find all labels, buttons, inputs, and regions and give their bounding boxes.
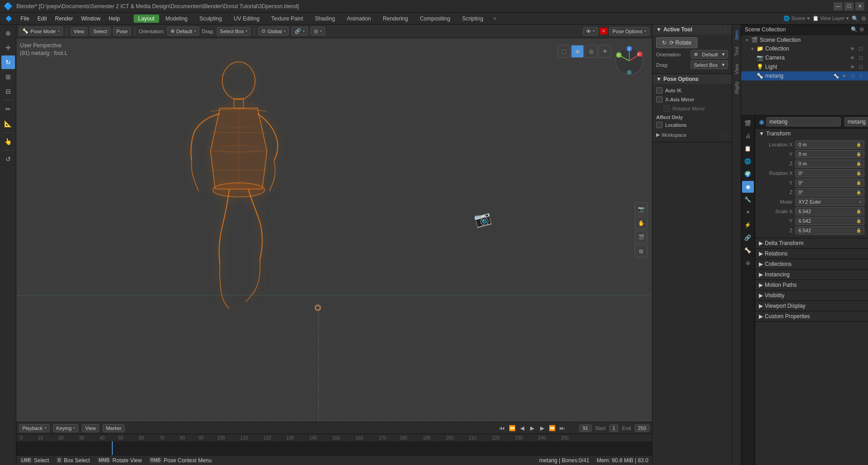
x-button[interactable]: ✕ [600, 28, 607, 35]
prop-modifier-icon[interactable]: 🔧 [742, 194, 754, 205]
minimize-button[interactable]: — [833, 2, 843, 10]
outliner-item-light[interactable]: 💡 Light 👁 ☐ [741, 62, 868, 71]
movie-icon[interactable]: 🎬 [635, 231, 647, 244]
view-btn[interactable]: View [82, 424, 99, 432]
search-icon[interactable]: 🔍 [852, 15, 858, 22]
collection-eye-btn[interactable]: 👁 [849, 45, 856, 52]
rotation-mode-dropdown[interactable]: XYZ Euler ▾ [795, 198, 864, 206]
auto-ik-checkbox[interactable] [656, 87, 662, 94]
location-x-field[interactable]: 0 m 🔒 [795, 140, 864, 149]
end-frame[interactable]: 250 [635, 425, 649, 432]
orientation-dropdown-panel[interactable]: ⊕ Default ▾ [691, 50, 728, 59]
prop-constraints-icon[interactable]: 🔗 [742, 232, 754, 244]
active-tool-header[interactable]: ▼ Active Tool ⋮⋮ [652, 25, 732, 35]
menu-render[interactable]: Render [51, 15, 76, 23]
menu-edit[interactable]: Edit [34, 15, 50, 23]
sidebar-tab-view[interactable]: View [733, 60, 741, 78]
tool-extra[interactable]: ↺ [1, 152, 15, 166]
tool-measure[interactable]: 📐 [1, 117, 15, 130]
snap-dropdown[interactable]: 🔗 ▾ [291, 27, 308, 35]
proportional-dropdown[interactable]: ◎ ▾ [311, 27, 325, 35]
collection-restrict-btn[interactable]: ☐ [857, 45, 864, 52]
ws-tab-texture[interactable]: Texture Paint [266, 15, 309, 23]
ws-tab-add[interactable]: + [490, 15, 500, 23]
current-frame[interactable]: 91 [579, 425, 591, 432]
metarig-restrict-btn[interactable]: ☐ [849, 72, 856, 80]
rotation-y-field[interactable]: 0° 🔒 [795, 179, 864, 187]
tool-rotate[interactable]: ↻ [1, 55, 15, 69]
tool-scale[interactable]: ⊞ [1, 70, 15, 84]
pose-options-btn[interactable]: Pose Options ▾ [609, 27, 649, 35]
prev-keyframe-btn[interactable]: ⏪ [507, 424, 517, 433]
maximize-button[interactable]: ☐ [844, 2, 853, 10]
viewport-display-header[interactable]: ▶ Viewport Display [755, 301, 868, 311]
play-btn[interactable]: ▶ [527, 424, 537, 433]
view-menu[interactable]: View [70, 27, 88, 35]
scale-x-field[interactable]: 6.542 🔒 [795, 207, 864, 215]
3d-viewport[interactable]: User Perspective (91) metarig : foot.L X [16, 38, 652, 422]
tool-move[interactable]: ✛ [1, 41, 15, 55]
prop-physics-icon[interactable]: ⚡ [742, 219, 754, 231]
ws-tab-rendering[interactable]: Rendering [377, 15, 413, 23]
prop-data-icon[interactable]: 🦴 [742, 245, 754, 256]
prop-world-icon[interactable]: 🌍 [742, 168, 754, 180]
prop-particles-icon[interactable]: ✦ [742, 206, 754, 218]
jump-end-btn[interactable]: ⏭ [557, 424, 567, 433]
pose-options-header[interactable]: ▼ Pose Options ⋮⋮ [652, 74, 732, 84]
prop-object-icon[interactable]: ◉ [742, 181, 754, 193]
transform-header[interactable]: ▼ Transform [755, 129, 868, 139]
tool-annotate[interactable]: ✏ [1, 102, 15, 116]
ws-tab-shading[interactable]: Shading [310, 15, 341, 23]
close-button[interactable]: ✕ [855, 2, 864, 10]
visibility-header[interactable]: ▶ Visibility [755, 290, 868, 300]
relative-mirror-checkbox[interactable] [663, 105, 670, 112]
sidebar-tab-rigify[interactable]: Rigify [733, 78, 741, 98]
step-back-btn[interactable]: ◀ [517, 424, 527, 433]
ws-tab-compositing[interactable]: Compositing [414, 15, 456, 23]
ws-tab-uv[interactable]: UV Editing [228, 15, 265, 23]
metarig-extra-btn[interactable]: ▽ [857, 72, 864, 80]
start-frame[interactable]: 1 [609, 425, 618, 432]
playback-dropdown[interactable]: Playback ▾ [19, 424, 50, 432]
shading-material[interactable]: ◎ [585, 45, 597, 58]
menu-blender[interactable]: 🔷 [2, 15, 16, 23]
camera-restrict-btn[interactable]: ☐ [857, 54, 864, 61]
custom-props-header[interactable]: ▶ Custom Properties [755, 311, 868, 321]
menu-file[interactable]: File [17, 15, 33, 23]
outliner-item-metarig[interactable]: 🦴 metarig 🦴 👁 ☐ ▽ [741, 71, 868, 80]
scale-z-field[interactable]: 6.542 🔒 [795, 226, 864, 235]
light-restrict-btn[interactable]: ☐ [857, 63, 864, 70]
filter-icon[interactable]: ⚙ [861, 15, 866, 22]
shading-render[interactable]: ☀ [598, 45, 611, 58]
prop-scene-icon[interactable]: 🌐 [742, 155, 754, 167]
keying-dropdown[interactable]: Keying ▾ [53, 424, 79, 432]
ws-tab-scripting[interactable]: Scripting [457, 15, 489, 23]
ws-tab-layout[interactable]: Layout [134, 15, 159, 23]
tool-cursor[interactable]: ⊕ [1, 26, 15, 40]
camera-eye-btn[interactable]: 👁 [849, 54, 856, 61]
tool-grab[interactable]: 👆 [1, 135, 15, 148]
outliner-item-collection[interactable]: ▼ 📁 Collection 👁 ☐ [741, 44, 868, 53]
grid-view-icon[interactable]: ⊞ [635, 245, 647, 258]
overlay-controls[interactable]: 👁 ▾ [583, 27, 598, 35]
pose-menu-icon[interactable]: ⋮⋮ [719, 77, 728, 82]
next-keyframe-btn[interactable]: ⏩ [547, 424, 557, 433]
location-y-field[interactable]: 0 m 🔒 [795, 150, 864, 158]
step-forward-btn[interactable]: ▶ [537, 424, 547, 433]
grab-icon[interactable]: ✋ [635, 217, 647, 230]
data-name-input[interactable] [844, 117, 868, 126]
metarig-mode-btn[interactable]: 🦴 [833, 72, 840, 80]
outliner-filter[interactable]: 🔍 [851, 26, 858, 33]
sidebar-tab-item[interactable]: Item [733, 26, 741, 43]
view-layer-dropdown[interactable]: 📋 View Layer ▾ [813, 15, 849, 21]
collections-header[interactable]: ▶ Collections [755, 259, 868, 269]
select-menu[interactable]: Select [90, 27, 110, 35]
metarig-eye-btn[interactable]: 👁 [841, 72, 848, 80]
motion-paths-header[interactable]: ▶ Motion Paths [755, 280, 868, 290]
ws-tab-modeling[interactable]: Modeling [160, 15, 193, 23]
prop-bone-icon[interactable]: ⊕ [742, 257, 754, 269]
prop-render-icon[interactable]: 🎬 [742, 117, 754, 129]
scene-dropdown[interactable]: 🌐 Scene ▾ [783, 15, 809, 21]
menu-window[interactable]: Window [77, 15, 104, 23]
rotation-x-field[interactable]: 0° 🔒 [795, 169, 864, 177]
